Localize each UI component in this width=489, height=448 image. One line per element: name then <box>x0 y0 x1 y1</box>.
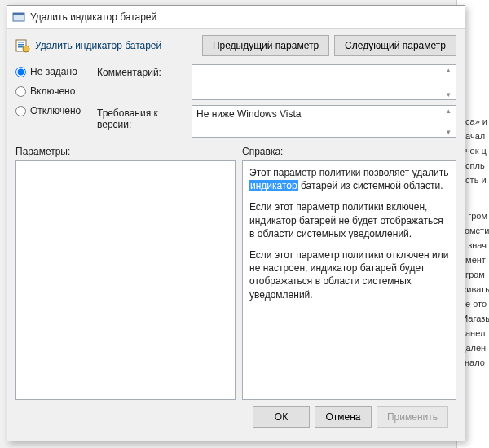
options-label: Параметры: <box>15 146 236 157</box>
supported-field: Не ниже Windows Vista ▴▾ <box>192 105 456 138</box>
state-radio-group: Не задано Включено Отключено <box>15 64 90 138</box>
supported-label: Требования к версии: <box>97 105 187 130</box>
policy-title: Удалить индикатор батарей <box>15 35 161 53</box>
radio-enabled-input[interactable] <box>15 86 26 97</box>
window-title: Удалить индикатор батарей <box>30 11 156 23</box>
comment-field[interactable]: ▴▾ <box>192 64 456 100</box>
policy-icon <box>15 38 30 53</box>
next-setting-button[interactable]: Следующий параметр <box>334 35 456 56</box>
radio-disabled-input[interactable] <box>15 106 26 116</box>
svg-rect-5 <box>18 46 23 48</box>
policy-name: Удалить индикатор батарей <box>35 40 161 51</box>
radio-disabled-label: Отключено <box>30 105 81 116</box>
radio-enabled-label: Включено <box>30 86 75 97</box>
ok-button[interactable]: ОК <box>253 406 310 428</box>
window-icon <box>12 11 25 24</box>
supported-value: Не ниже Windows Vista <box>196 108 302 120</box>
highlighted-text: индикатор <box>249 180 298 191</box>
radio-disabled[interactable]: Отключено <box>15 105 90 116</box>
svg-rect-3 <box>18 42 24 43</box>
radio-not-configured[interactable]: Не задано <box>15 66 90 77</box>
scrollbar[interactable]: ▴▾ <box>442 107 455 136</box>
scrollbar[interactable]: ▴▾ <box>442 66 455 99</box>
policy-dialog: Удалить индикатор батарей Удалить индика… <box>7 5 465 441</box>
svg-rect-1 <box>13 13 24 15</box>
titlebar[interactable]: Удалить индикатор батарей <box>7 6 465 29</box>
help-paragraph-1: Этот параметр политики позволяет удалить… <box>249 166 449 192</box>
radio-not-configured-label: Не задано <box>30 66 77 77</box>
help-panel: Этот параметр политики позволяет удалить… <box>242 160 456 400</box>
help-label: Справка: <box>242 146 283 157</box>
apply-button[interactable]: Применить <box>377 406 448 428</box>
svg-point-6 <box>23 46 29 52</box>
radio-not-configured-input[interactable] <box>15 67 26 77</box>
svg-rect-4 <box>18 44 24 46</box>
help-paragraph-2: Если этот параметр политики включен, инд… <box>249 200 449 240</box>
comment-label: Комментарий: <box>97 64 187 78</box>
cancel-button[interactable]: Отмена <box>315 406 372 428</box>
options-panel <box>15 160 236 400</box>
radio-enabled[interactable]: Включено <box>15 86 90 97</box>
help-paragraph-3: Если этот параметр политики отключен или… <box>249 248 449 301</box>
previous-setting-button[interactable]: Предыдущий параметр <box>202 35 329 56</box>
